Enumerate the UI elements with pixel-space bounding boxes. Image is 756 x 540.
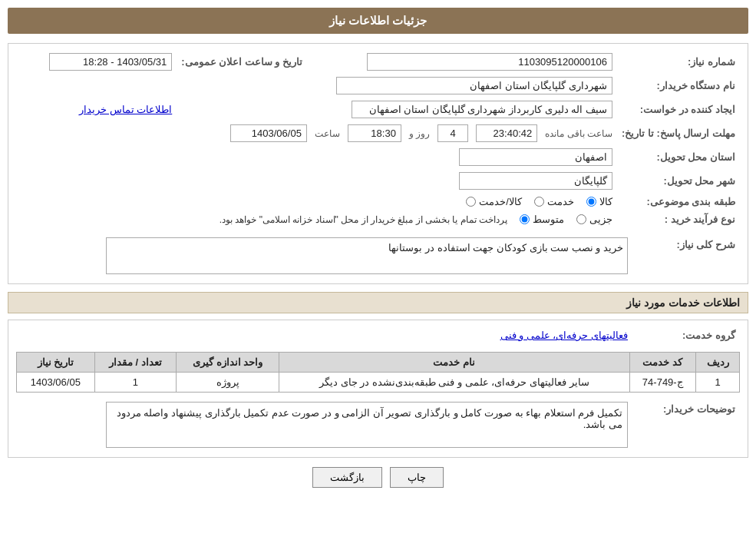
tabaqe-kala-label: کالا	[599, 196, 612, 207]
tabaqe-radio-group: کالا خدمت کالا/خدمت	[21, 196, 612, 207]
grooh-field[interactable]: فعالیتهای حرفه‌ای، علمی و فنی	[500, 330, 628, 341]
tawzih-label: توضیحات خریدار:	[632, 399, 740, 451]
ijad-konande-value: سیف اله دلیری کاربرداز شهرداری گلپایگان …	[177, 98, 617, 121]
ostan-label: استان محل تحویل:	[617, 145, 740, 169]
nooe-faraind-label: نوع فرآیند خرید :	[617, 210, 740, 228]
shomara-niaz-value: 1103095120000106	[307, 50, 617, 74]
sharh-field: خرید و نصب ست بازی کودکان جهت استفاده در…	[106, 237, 628, 274]
col-tedad: تعداد / مقدار	[94, 353, 176, 373]
cell-name: سایر فعالیتهای حرفه‌ای، علمی و فنی طبقه‌…	[279, 373, 629, 393]
col-tarikh: تاریخ نیاز	[17, 353, 95, 373]
nam-dastgah-field: شهرداری گلپایگان استان اصفهان	[336, 77, 612, 94]
roz-label: روز و	[409, 128, 430, 139]
cell-vahed: پروژه	[177, 373, 279, 393]
tawzih-table: توضیحات خریدار: تکمیل فرم استعلام بهاء ب…	[16, 399, 740, 451]
ijad-konande-label: ایجاد کننده در خواست:	[617, 98, 740, 121]
table-row: 1ج-749-74سایر فعالیتهای حرفه‌ای، علمی و …	[17, 373, 740, 393]
sharh-label: شرح کلی نیاز:	[632, 234, 740, 277]
tabaqe-option-kala[interactable]: کالا	[586, 196, 612, 207]
shahr-value: گلپایگان	[16, 169, 617, 193]
button-row: چاپ بازگشت	[8, 467, 748, 488]
services-section-title: اطلاعات خدمات مورد نیاز	[8, 292, 748, 313]
ettelaat-tamas-cell: اطلاعات تماس خریدار	[16, 98, 177, 121]
tabaqe-khedmat-label: خدمت	[547, 196, 574, 207]
tawzih-field: تکمیل فرم استعلام بهاء به صورت کامل و با…	[106, 402, 628, 448]
sharh-value: خرید و نصب ست بازی کودکان جهت استفاده در…	[16, 234, 632, 277]
nam-dastgah-label: نام دستگاه خریدار:	[617, 74, 740, 98]
roz-field: 4	[437, 124, 468, 142]
nooe-faraind-radio-group: جزیی متوسط	[520, 214, 612, 225]
ettelaat-tamas-link[interactable]: اطلاعات تماس خریدار	[79, 104, 172, 115]
col-vahed: واحد اندازه گیری	[177, 353, 279, 373]
tabaqe-value: کالا خدمت کالا/خدمت	[16, 193, 617, 210]
shahr-label: شهر محل تحویل:	[617, 169, 740, 193]
baqi-mande-label: ساعت باقی مانده	[545, 128, 612, 139]
saat-label: ساعت	[315, 128, 340, 139]
ijad-konande-field: سیف اله دلیری کاربرداز شهرداری گلپایگان …	[352, 101, 612, 118]
cell-kod: ج-749-74	[629, 373, 696, 393]
tabaqe-label: طبقه بندی موضوعی:	[617, 193, 740, 210]
tabaqe-option-kala-khedmat[interactable]: کالا/خدمت	[466, 196, 522, 207]
tarikh-elaan-field: 1403/05/31 - 18:28	[49, 53, 172, 71]
print-button[interactable]: چاپ	[390, 467, 444, 488]
tarikh-elaan-value: 1403/05/31 - 18:28	[16, 50, 177, 74]
nooe-jozi-option[interactable]: جزیی	[576, 214, 612, 225]
baqi-mande-field: 23:40:42	[476, 124, 537, 142]
mohlat-label: مهلت ارسال پاسخ: تا تاریخ:	[617, 121, 740, 145]
tawzih-value: تکمیل فرم استعلام بهاء به صورت کامل و با…	[16, 399, 632, 451]
sharh-table: شرح کلی نیاز: خرید و نصب ست بازی کودکان …	[16, 234, 740, 277]
tabaqe-option-khedmat[interactable]: خدمت	[534, 196, 574, 207]
ostan-value: اصفهان	[16, 145, 617, 169]
nooe-motavaset-option[interactable]: متوسط	[520, 214, 564, 225]
shomara-niaz-label: شماره نیاز:	[617, 50, 740, 74]
cell-tarikh: 1403/06/05	[17, 373, 95, 393]
nooe-motavaset-label: متوسط	[533, 214, 564, 225]
info-table: شماره نیاز: 1103095120000106 تاریخ و ساع…	[16, 50, 740, 228]
saat-field: 18:30	[348, 124, 401, 142]
mohlat-row: 1403/06/05 ساعت 18:30 روز و 4 23:40:42 س…	[16, 121, 617, 145]
grooh-table: گروه خدمت: فعالیتهای حرفه‌ای، علمی و فنی	[16, 326, 740, 344]
col-radif: ردیف	[696, 353, 740, 373]
shomara-niaz-field: 1103095120000106	[367, 53, 612, 71]
tabaqe-kala-khedmat-label: کالا/خدمت	[479, 196, 522, 207]
cell-tedad: 1	[94, 373, 176, 393]
cell-radif: 1	[696, 373, 740, 393]
tarikh-elaan-label: تاریخ و ساعت اعلان عمومی:	[177, 50, 307, 74]
nam-dastgah-value: شهرداری گلپایگان استان اصفهان	[16, 74, 617, 98]
grooh-value: فعالیتهای حرفه‌ای، علمی و فنی	[16, 326, 632, 344]
services-table: ردیف کد خدمت نام خدمت واحد اندازه گیری ت…	[16, 352, 740, 393]
tarikh-field: 1403/06/05	[230, 124, 307, 142]
col-name: نام خدمت	[279, 353, 629, 373]
grooh-label: گروه خدمت:	[632, 326, 740, 344]
page-title: جزئیات اطلاعات نیاز	[329, 14, 427, 27]
shahr-field: گلپایگان	[459, 172, 612, 190]
nooe-note: پرداخت تمام یا بخشی از مبلغ خریدار از مح…	[220, 214, 507, 225]
col-kod: کد خدمت	[629, 353, 696, 373]
nooe-faraind-row: جزیی متوسط پرداخت تمام یا بخشی از مبلغ خ…	[16, 210, 617, 228]
page-header: جزئیات اطلاعات نیاز	[8, 8, 748, 34]
main-info-section: شماره نیاز: 1103095120000106 تاریخ و ساع…	[8, 43, 748, 284]
services-section: گروه خدمت: فعالیتهای حرفه‌ای، علمی و فنی…	[8, 320, 748, 458]
ostan-field: اصفهان	[459, 148, 612, 166]
nooe-jozi-label: جزیی	[589, 214, 612, 225]
back-button[interactable]: بازگشت	[312, 467, 382, 488]
